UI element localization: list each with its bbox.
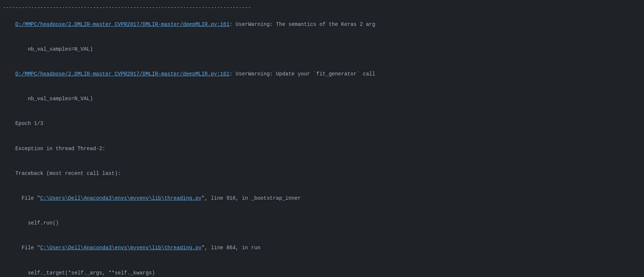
separator-line: ----------------------------------------… bbox=[3, 4, 641, 12]
output-line-9: self.run() bbox=[3, 211, 641, 236]
text-8b: ", line 916, in _bootstrap_inner bbox=[202, 195, 301, 201]
text-2: nb_val_samples=N_VAL) bbox=[16, 46, 93, 52]
file-link-4[interactable]: C:\Users\Dell\Anaconda3\envs\myvenv\lib\… bbox=[40, 245, 202, 251]
text-6: Exception in thread Thread-2: bbox=[16, 146, 106, 152]
output-line-11: self._target(*self._args, **self._kwargs… bbox=[3, 260, 641, 277]
text-10a: File " bbox=[16, 245, 40, 251]
text-10b: ", line 864, in run bbox=[202, 245, 261, 251]
text-9: self.run() bbox=[16, 220, 59, 226]
file-link-2[interactable]: D:/MMPC/headpose/2.DMLIR-master_CVPR2017… bbox=[16, 71, 230, 77]
output-line-8: File "C:\Users\Dell\Anaconda3\envs\myven… bbox=[3, 186, 641, 211]
file-link-1[interactable]: D:/MMPC/headpose/2.DMLIR-master_CVPR2017… bbox=[16, 21, 230, 27]
output-line-3: D:/MMPC/headpose/2.DMLIR-master_CVPR2017… bbox=[3, 62, 641, 87]
output-line-5: Epoch 1/3 bbox=[3, 111, 641, 136]
text-11: self._target(*self._args, **self._kwargs… bbox=[16, 270, 155, 276]
text-4: nb_val_samples=N_VAL) bbox=[16, 96, 93, 102]
terminal-window: ----------------------------------------… bbox=[0, 1, 644, 277]
text-8a: File " bbox=[16, 195, 40, 201]
text-7: Traceback (most recent call last): bbox=[16, 170, 121, 176]
text-3: : UserWarning: Update your `fit_generato… bbox=[229, 71, 375, 77]
output-line-6: Exception in thread Thread-2: bbox=[3, 136, 641, 161]
text-1: : UserWarning: The semantics of the Kera… bbox=[229, 21, 375, 27]
output-line-4: nb_val_samples=N_VAL) bbox=[3, 87, 641, 111]
file-link-3[interactable]: C:\Users\Dell\Anaconda3\envs\myvenv\lib\… bbox=[40, 195, 202, 201]
output-line-2: nb_val_samples=N_VAL) bbox=[3, 37, 641, 62]
output-line-7: Traceback (most recent call last): bbox=[3, 161, 641, 186]
output-line-10: File "C:\Users\Dell\Anaconda3\envs\myven… bbox=[3, 236, 641, 260]
text-5: Epoch 1/3 bbox=[16, 121, 44, 126]
output-line-1: D:/MMPC/headpose/2.DMLIR-master_CVPR2017… bbox=[3, 12, 641, 37]
